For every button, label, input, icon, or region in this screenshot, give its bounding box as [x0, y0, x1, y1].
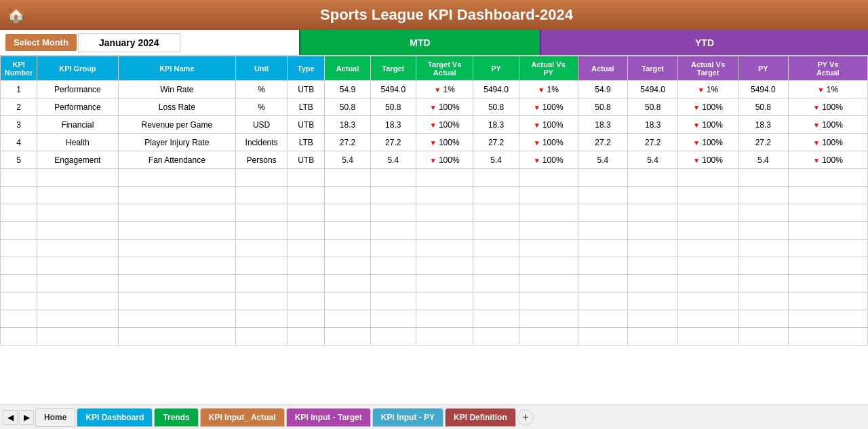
- cell-ytd-target: 18.3: [628, 116, 678, 134]
- cell-kpi-num: 5: [1, 151, 37, 169]
- cell-mtd-tvsa: ▼ 100%: [416, 98, 473, 116]
- col-ytd-actual: Actual: [578, 56, 628, 81]
- cell-unit: Persons: [236, 151, 288, 169]
- cell-ytd-actual: 27.2: [578, 134, 628, 151]
- table-row: 2 Performance Loss Rate % LTB 50.8 50.8 …: [1, 98, 868, 116]
- col-mtd-tvsa: Target VsActual: [416, 56, 473, 81]
- cell-kpi-name: Fan Attendance: [118, 151, 236, 169]
- cell-ytd-pvsa: ▼ 1%: [788, 81, 867, 98]
- cell-mtd-tvsa: ▼ 1%: [416, 81, 473, 98]
- col-ytd-pvsa: PY VsActual: [788, 56, 867, 81]
- mtd-section-header: MTD: [299, 30, 540, 55]
- cell-ytd-actual: 5.4: [578, 151, 628, 169]
- tab-bar: ◀ ▶ Home KPI Dashboard Trends KPI Input_…: [0, 405, 868, 429]
- cell-unit: Incidents: [236, 134, 288, 151]
- cell-type: UTB: [288, 116, 325, 134]
- cell-ytd-actual: 54.9: [578, 81, 628, 98]
- tab-add-button[interactable]: +: [517, 409, 534, 426]
- empty-row: [1, 169, 868, 187]
- cell-mtd-target: 5494.0: [370, 81, 416, 98]
- cell-kpi-group: Performance: [37, 81, 118, 98]
- tab-kpi-dashboard[interactable]: KPI Dashboard: [77, 408, 153, 427]
- cell-ytd-pvsa: ▼ 100%: [788, 151, 867, 169]
- page-title: Sports League KPI Dashboard-2024: [32, 6, 861, 24]
- cell-type: LTB: [288, 134, 325, 151]
- cell-mtd-py: 50.8: [473, 98, 519, 116]
- cell-ytd-py: 5494.0: [738, 81, 788, 98]
- col-ytd-avst: Actual VsTarget: [678, 56, 738, 81]
- cell-ytd-target: 5.4: [628, 151, 678, 169]
- cell-mtd-actual: 5.4: [325, 151, 370, 169]
- cell-ytd-avst: ▼ 100%: [678, 98, 738, 116]
- cell-mtd-target: 18.3: [370, 116, 416, 134]
- col-kpi-name: KPI Name: [118, 56, 236, 81]
- col-mtd-actual: Actual: [325, 56, 370, 81]
- cell-mtd-actual: 50.8: [325, 98, 370, 116]
- cell-mtd-py: 27.2: [473, 134, 519, 151]
- cell-ytd-avst: ▼ 100%: [678, 151, 738, 169]
- cell-mtd-tvsa: ▼ 100%: [416, 116, 473, 134]
- kpi-table: KPINumber KPI Group KPI Name Unit Type A…: [0, 56, 868, 346]
- cell-kpi-name: Player Injury Rate: [118, 134, 236, 151]
- cell-kpi-name: Loss Rate: [118, 98, 236, 116]
- month-display: January 2024: [78, 33, 180, 52]
- tab-next-button[interactable]: ▶: [19, 410, 34, 425]
- table-row: 3 Financial Revenue per Game USD UTB 18.…: [1, 116, 868, 134]
- cell-ytd-avst: ▼ 1%: [678, 81, 738, 98]
- cell-ytd-py: 50.8: [738, 98, 788, 116]
- tab-kpi-input-target[interactable]: KPI Input - Target: [286, 408, 371, 427]
- cell-ytd-py: 18.3: [738, 116, 788, 134]
- cell-kpi-num: 2: [1, 98, 37, 116]
- cell-mtd-avspy: ▼ 100%: [519, 98, 578, 116]
- cell-mtd-avspy: ▼ 100%: [519, 134, 578, 151]
- empty-row: [1, 328, 868, 346]
- empty-row: [1, 187, 868, 204]
- col-ytd-target: Target: [628, 56, 678, 81]
- cell-mtd-target: 27.2: [370, 134, 416, 151]
- empty-row: [1, 204, 868, 222]
- cell-mtd-avspy: ▼ 100%: [519, 116, 578, 134]
- header: 🏠 Sports League KPI Dashboard-2024: [0, 0, 868, 30]
- kpi-table-wrapper: KPINumber KPI Group KPI Name Unit Type A…: [0, 56, 868, 405]
- empty-row: [1, 310, 868, 328]
- tab-trends[interactable]: Trends: [154, 408, 198, 427]
- cell-mtd-py: 5.4: [473, 151, 519, 169]
- cell-mtd-avspy: ▼ 100%: [519, 151, 578, 169]
- tab-kpi-input-py[interactable]: KPI Input - PY: [372, 408, 443, 427]
- cell-kpi-group: Performance: [37, 98, 118, 116]
- table-row: 4 Health Player Injury Rate Incidents LT…: [1, 134, 868, 151]
- cell-kpi-name: Win Rate: [118, 81, 236, 98]
- table-row: 1 Performance Win Rate % UTB 54.9 5494.0…: [1, 81, 868, 98]
- col-mtd-py: PY: [473, 56, 519, 81]
- cell-ytd-py: 27.2: [738, 134, 788, 151]
- empty-row: [1, 293, 868, 310]
- cell-unit: %: [236, 98, 288, 116]
- tab-kpi-definition[interactable]: KPI Definition: [445, 408, 516, 427]
- cell-kpi-group: Engagement: [37, 151, 118, 169]
- cell-kpi-name: Revenue per Game: [118, 116, 236, 134]
- cell-ytd-target: 50.8: [628, 98, 678, 116]
- cell-ytd-pvsa: ▼ 100%: [788, 116, 867, 134]
- cell-ytd-actual: 18.3: [578, 116, 628, 134]
- cell-ytd-avst: ▼ 100%: [678, 134, 738, 151]
- cell-mtd-actual: 54.9: [325, 81, 370, 98]
- tab-home[interactable]: Home: [35, 408, 75, 427]
- cell-kpi-num: 4: [1, 134, 37, 151]
- cell-mtd-target: 50.8: [370, 98, 416, 116]
- table-row: 5 Engagement Fan Attendance Persons UTB …: [1, 151, 868, 169]
- cell-kpi-group: Health: [37, 134, 118, 151]
- cell-mtd-tvsa: ▼ 100%: [416, 134, 473, 151]
- cell-type: UTB: [288, 81, 325, 98]
- cell-mtd-target: 5.4: [370, 151, 416, 169]
- col-kpi-group: KPI Group: [37, 56, 118, 81]
- cell-unit: USD: [236, 116, 288, 134]
- empty-row: [1, 257, 868, 275]
- col-mtd-target: Target: [370, 56, 416, 81]
- select-month-button[interactable]: Select Month: [5, 34, 77, 51]
- cell-ytd-target: 27.2: [628, 134, 678, 151]
- cell-ytd-pvsa: ▼ 100%: [788, 134, 867, 151]
- col-mtd-avspy: Actual VsPY: [519, 56, 578, 81]
- tab-kpi-input-actual[interactable]: KPI Input_ Actual: [200, 408, 285, 427]
- col-ytd-py: PY: [738, 56, 788, 81]
- tab-prev-button[interactable]: ◀: [3, 410, 18, 425]
